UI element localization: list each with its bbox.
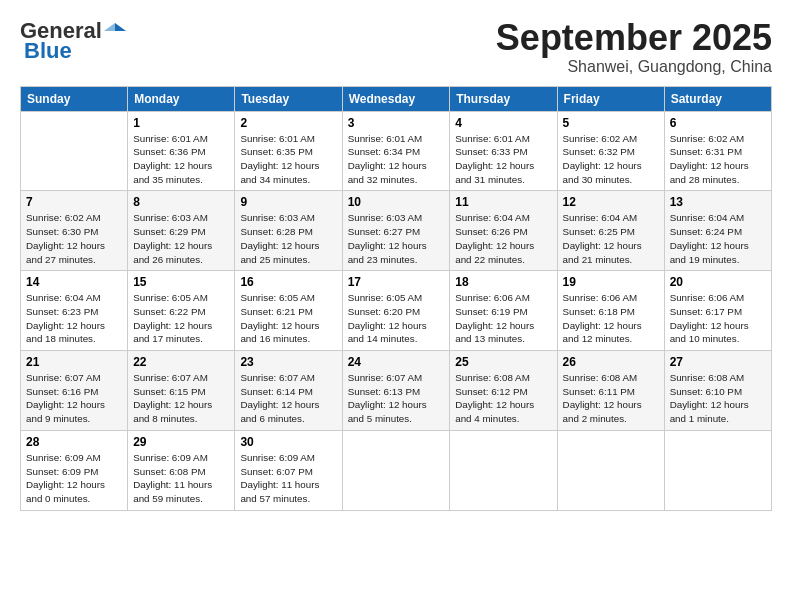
day-info: Sunrise: 6:05 AM Sunset: 6:22 PM Dayligh… [133,291,229,346]
calendar-week-4: 21Sunrise: 6:07 AM Sunset: 6:16 PM Dayli… [21,351,772,431]
day-number: 24 [348,355,445,369]
day-number: 26 [563,355,659,369]
table-row: 4Sunrise: 6:01 AM Sunset: 6:33 PM Daylig… [450,111,557,191]
header-wednesday: Wednesday [342,86,450,111]
table-row: 8Sunrise: 6:03 AM Sunset: 6:29 PM Daylig… [128,191,235,271]
logo-text-blue: Blue [24,38,72,64]
table-row: 19Sunrise: 6:06 AM Sunset: 6:18 PM Dayli… [557,271,664,351]
day-info: Sunrise: 6:02 AM Sunset: 6:31 PM Dayligh… [670,132,766,187]
day-info: Sunrise: 6:05 AM Sunset: 6:21 PM Dayligh… [240,291,336,346]
day-number: 7 [26,195,122,209]
table-row: 1Sunrise: 6:01 AM Sunset: 6:36 PM Daylig… [128,111,235,191]
table-row: 2Sunrise: 6:01 AM Sunset: 6:35 PM Daylig… [235,111,342,191]
day-number: 20 [670,275,766,289]
day-info: Sunrise: 6:02 AM Sunset: 6:32 PM Dayligh… [563,132,659,187]
table-row: 11Sunrise: 6:04 AM Sunset: 6:26 PM Dayli… [450,191,557,271]
table-row: 10Sunrise: 6:03 AM Sunset: 6:27 PM Dayli… [342,191,450,271]
calendar-week-1: 1Sunrise: 6:01 AM Sunset: 6:36 PM Daylig… [21,111,772,191]
day-info: Sunrise: 6:04 AM Sunset: 6:26 PM Dayligh… [455,211,551,266]
day-info: Sunrise: 6:07 AM Sunset: 6:13 PM Dayligh… [348,371,445,426]
day-number: 30 [240,435,336,449]
day-number: 6 [670,116,766,130]
day-number: 2 [240,116,336,130]
table-row: 12Sunrise: 6:04 AM Sunset: 6:25 PM Dayli… [557,191,664,271]
table-row: 5Sunrise: 6:02 AM Sunset: 6:32 PM Daylig… [557,111,664,191]
calendar-week-5: 28Sunrise: 6:09 AM Sunset: 6:09 PM Dayli… [21,430,772,510]
day-info: Sunrise: 6:09 AM Sunset: 6:09 PM Dayligh… [26,451,122,506]
day-number: 25 [455,355,551,369]
day-info: Sunrise: 6:08 AM Sunset: 6:12 PM Dayligh… [455,371,551,426]
day-info: Sunrise: 6:03 AM Sunset: 6:29 PM Dayligh… [133,211,229,266]
day-info: Sunrise: 6:08 AM Sunset: 6:10 PM Dayligh… [670,371,766,426]
day-number: 3 [348,116,445,130]
day-info: Sunrise: 6:06 AM Sunset: 6:18 PM Dayligh… [563,291,659,346]
day-number: 19 [563,275,659,289]
title-block: September 2025 Shanwei, Guangdong, China [496,18,772,76]
table-row: 9Sunrise: 6:03 AM Sunset: 6:28 PM Daylig… [235,191,342,271]
day-info: Sunrise: 6:07 AM Sunset: 6:16 PM Dayligh… [26,371,122,426]
day-info: Sunrise: 6:01 AM Sunset: 6:36 PM Dayligh… [133,132,229,187]
header-friday: Friday [557,86,664,111]
day-info: Sunrise: 6:03 AM Sunset: 6:27 PM Dayligh… [348,211,445,266]
location: Shanwei, Guangdong, China [496,58,772,76]
day-info: Sunrise: 6:01 AM Sunset: 6:34 PM Dayligh… [348,132,445,187]
day-info: Sunrise: 6:02 AM Sunset: 6:30 PM Dayligh… [26,211,122,266]
table-row: 27Sunrise: 6:08 AM Sunset: 6:10 PM Dayli… [664,351,771,431]
table-row [557,430,664,510]
day-number: 23 [240,355,336,369]
day-info: Sunrise: 6:06 AM Sunset: 6:19 PM Dayligh… [455,291,551,346]
day-info: Sunrise: 6:09 AM Sunset: 6:08 PM Dayligh… [133,451,229,506]
table-row: 23Sunrise: 6:07 AM Sunset: 6:14 PM Dayli… [235,351,342,431]
day-number: 13 [670,195,766,209]
day-number: 29 [133,435,229,449]
day-number: 15 [133,275,229,289]
table-row: 30Sunrise: 6:09 AM Sunset: 6:07 PM Dayli… [235,430,342,510]
header-tuesday: Tuesday [235,86,342,111]
day-number: 10 [348,195,445,209]
table-row: 6Sunrise: 6:02 AM Sunset: 6:31 PM Daylig… [664,111,771,191]
day-number: 14 [26,275,122,289]
table-row: 17Sunrise: 6:05 AM Sunset: 6:20 PM Dayli… [342,271,450,351]
day-number: 17 [348,275,445,289]
day-number: 27 [670,355,766,369]
table-row [664,430,771,510]
header-saturday: Saturday [664,86,771,111]
month-title: September 2025 [496,18,772,58]
table-row: 22Sunrise: 6:07 AM Sunset: 6:15 PM Dayli… [128,351,235,431]
day-info: Sunrise: 6:01 AM Sunset: 6:35 PM Dayligh… [240,132,336,187]
day-number: 4 [455,116,551,130]
day-number: 12 [563,195,659,209]
day-info: Sunrise: 6:04 AM Sunset: 6:24 PM Dayligh… [670,211,766,266]
table-row: 7Sunrise: 6:02 AM Sunset: 6:30 PM Daylig… [21,191,128,271]
calendar-week-3: 14Sunrise: 6:04 AM Sunset: 6:23 PM Dayli… [21,271,772,351]
table-row: 28Sunrise: 6:09 AM Sunset: 6:09 PM Dayli… [21,430,128,510]
day-info: Sunrise: 6:06 AM Sunset: 6:17 PM Dayligh… [670,291,766,346]
day-info: Sunrise: 6:03 AM Sunset: 6:28 PM Dayligh… [240,211,336,266]
calendar-week-2: 7Sunrise: 6:02 AM Sunset: 6:30 PM Daylig… [21,191,772,271]
calendar-header-row: Sunday Monday Tuesday Wednesday Thursday… [21,86,772,111]
table-row: 26Sunrise: 6:08 AM Sunset: 6:11 PM Dayli… [557,351,664,431]
logo: General Blue [20,18,126,64]
day-number: 1 [133,116,229,130]
day-number: 28 [26,435,122,449]
svg-marker-0 [115,23,126,31]
table-row [342,430,450,510]
table-row: 15Sunrise: 6:05 AM Sunset: 6:22 PM Dayli… [128,271,235,351]
table-row [21,111,128,191]
table-row: 29Sunrise: 6:09 AM Sunset: 6:08 PM Dayli… [128,430,235,510]
table-row [450,430,557,510]
day-number: 21 [26,355,122,369]
day-number: 18 [455,275,551,289]
day-number: 8 [133,195,229,209]
table-row: 13Sunrise: 6:04 AM Sunset: 6:24 PM Dayli… [664,191,771,271]
day-info: Sunrise: 6:07 AM Sunset: 6:15 PM Dayligh… [133,371,229,426]
day-info: Sunrise: 6:01 AM Sunset: 6:33 PM Dayligh… [455,132,551,187]
day-info: Sunrise: 6:09 AM Sunset: 6:07 PM Dayligh… [240,451,336,506]
day-number: 22 [133,355,229,369]
table-row: 18Sunrise: 6:06 AM Sunset: 6:19 PM Dayli… [450,271,557,351]
table-row: 3Sunrise: 6:01 AM Sunset: 6:34 PM Daylig… [342,111,450,191]
day-number: 5 [563,116,659,130]
svg-marker-1 [104,23,115,31]
day-info: Sunrise: 6:05 AM Sunset: 6:20 PM Dayligh… [348,291,445,346]
calendar-table: Sunday Monday Tuesday Wednesday Thursday… [20,86,772,511]
